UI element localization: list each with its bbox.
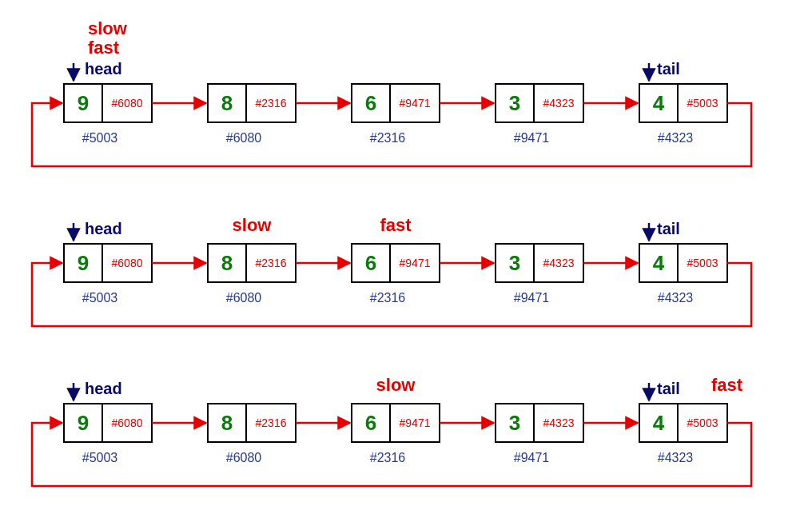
node-address: #5003 [82, 291, 118, 305]
head-label: head [85, 60, 122, 78]
slow-label: slow [88, 18, 128, 38]
list-node: 4#5003#4323 [639, 404, 727, 464]
node-value: 6 [365, 411, 376, 435]
fast-label: fast [380, 215, 412, 235]
node-next-ptr: #6080 [112, 97, 143, 110]
list-node: 9#6080#5003 [64, 84, 152, 145]
node-next-ptr: #2316 [256, 97, 287, 110]
node-value: 9 [78, 251, 89, 275]
node-value: 4 [653, 251, 665, 275]
node-value: 4 [653, 91, 665, 115]
node-next-ptr: #5003 [687, 257, 718, 269]
list-node: 8#2316#6080 [208, 404, 296, 464]
node-next-ptr: #9471 [400, 97, 431, 110]
node-address: #9471 [514, 131, 550, 145]
node-address: #2316 [370, 291, 406, 305]
node-value: 4 [653, 411, 665, 435]
node-value: 6 [365, 91, 376, 115]
node-next-ptr: #4323 [543, 416, 575, 429]
node-value: 3 [509, 411, 520, 435]
slow-label: slow [233, 215, 273, 235]
list-node: 8#2316#6080 [208, 84, 296, 145]
snapshot-row-1: 9#6080#50038#2316#60806#9471#23163#4323#… [32, 215, 751, 326]
list-node: 4#5003#4323 [639, 84, 727, 145]
node-address: #6080 [226, 131, 262, 145]
node-next-ptr: #4323 [543, 257, 575, 269]
node-address: #9471 [514, 291, 550, 305]
node-next-ptr: #9471 [400, 416, 431, 429]
list-node: 6#9471#2316 [352, 244, 440, 305]
slow-label: slow [376, 375, 416, 395]
node-address: #2316 [370, 451, 406, 464]
node-value: 3 [509, 251, 520, 275]
node-address: #5003 [82, 131, 118, 145]
node-address: #6080 [226, 291, 262, 305]
snapshot-row-0: 9#6080#50038#2316#60806#9471#23163#4323#… [32, 18, 751, 166]
node-value: 8 [221, 411, 233, 435]
node-value: 8 [221, 91, 233, 115]
node-address: #5003 [82, 451, 118, 464]
node-next-ptr: #2316 [256, 257, 287, 269]
node-address: #6080 [226, 451, 262, 464]
list-node: 3#4323#9471 [496, 84, 583, 145]
node-next-ptr: #9471 [400, 257, 431, 269]
snapshot-row-2: 9#6080#50038#2316#60806#9471#23163#4323#… [32, 375, 751, 486]
list-node: 4#5003#4323 [639, 244, 727, 305]
list-node: 3#4323#9471 [496, 244, 583, 305]
node-value: 9 [78, 91, 89, 115]
list-node: 3#4323#9471 [496, 404, 583, 464]
list-node: 8#2316#6080 [208, 244, 296, 305]
tail-label: tail [657, 380, 680, 397]
node-next-ptr: #2316 [256, 416, 287, 429]
fast-label: fast [711, 375, 743, 395]
node-next-ptr: #6080 [112, 257, 143, 269]
list-node: 6#9471#2316 [352, 84, 440, 145]
node-value: 6 [365, 251, 376, 275]
linked-list-diagram: 9#6080#50038#2316#60806#9471#23163#4323#… [0, 0, 812, 510]
node-value: 3 [509, 91, 520, 115]
tail-label: tail [657, 60, 680, 78]
node-value: 8 [221, 251, 233, 275]
node-address: #4323 [658, 451, 694, 464]
node-address: #4323 [658, 131, 694, 145]
node-value: 9 [78, 411, 89, 435]
head-label: head [85, 380, 122, 397]
list-node: 6#9471#2316 [352, 404, 440, 464]
head-label: head [85, 220, 122, 237]
node-next-ptr: #6080 [112, 416, 143, 429]
list-node: 9#6080#5003 [64, 244, 152, 305]
node-next-ptr: #4323 [543, 97, 575, 110]
node-next-ptr: #5003 [687, 97, 718, 110]
node-address: #9471 [514, 451, 550, 464]
tail-label: tail [657, 220, 680, 237]
fast-label: fast [88, 38, 120, 58]
node-address: #4323 [658, 291, 694, 305]
node-next-ptr: #5003 [687, 416, 718, 429]
list-node: 9#6080#5003 [64, 404, 152, 464]
node-address: #2316 [370, 131, 406, 145]
